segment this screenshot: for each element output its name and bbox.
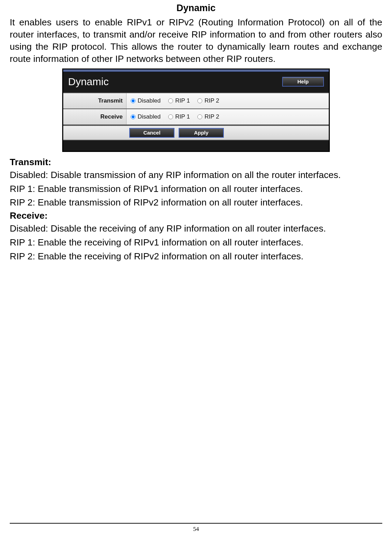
transmit-radio-disabled[interactable] bbox=[131, 98, 136, 103]
panel-header: Dynamic Help bbox=[63, 72, 329, 92]
receive-opt-label: RIP 1 bbox=[175, 113, 190, 120]
transmit-opt-rip1[interactable]: RIP 1 bbox=[168, 97, 190, 104]
config-panel: Dynamic Help Transmit Disabled RIP 1 bbox=[62, 68, 330, 152]
receive-opt-rip2[interactable]: RIP 2 bbox=[197, 113, 219, 120]
button-row: Cancel Apply bbox=[63, 125, 329, 140]
transmit-opt-label: RIP 1 bbox=[175, 97, 190, 104]
transmit-desc-rip1: RIP 1: Enable transmission of RIPv1 info… bbox=[10, 183, 382, 195]
section-transmit-heading: Transmit: bbox=[10, 157, 382, 168]
config-panel-wrap: Dynamic Help Transmit Disabled RIP 1 bbox=[10, 68, 382, 152]
page-footer: 54 bbox=[10, 523, 382, 533]
panel-title: Dynamic bbox=[68, 76, 109, 88]
transmit-opt-label: Disabled bbox=[138, 97, 161, 104]
receive-fields: Disabled RIP 1 RIP 2 bbox=[126, 109, 329, 124]
receive-opt-rip1[interactable]: RIP 1 bbox=[168, 113, 190, 120]
transmit-radio-rip2[interactable] bbox=[197, 98, 202, 103]
section-receive-heading: Receive: bbox=[10, 210, 382, 221]
transmit-desc-rip2: RIP 2: Enable transmission of RIPv2 info… bbox=[10, 196, 382, 209]
row-receive: Receive Disabled RIP 1 RIP 2 bbox=[63, 108, 329, 125]
page-title: Dynamic bbox=[10, 3, 382, 14]
receive-label: Receive bbox=[63, 109, 126, 124]
transmit-label: Transmit bbox=[63, 93, 126, 108]
receive-desc-rip2: RIP 2: Enable the receiving of RIPv2 inf… bbox=[10, 250, 382, 263]
row-transmit: Transmit Disabled RIP 1 RIP 2 bbox=[63, 92, 329, 108]
page-number: 54 bbox=[10, 526, 382, 533]
transmit-opt-rip2[interactable]: RIP 2 bbox=[197, 97, 219, 104]
transmit-opt-label: RIP 2 bbox=[204, 97, 219, 104]
cancel-button[interactable]: Cancel bbox=[129, 128, 174, 138]
transmit-desc-disabled: Disabled: Disable transmission of any RI… bbox=[10, 169, 382, 181]
receive-desc-rip1: RIP 1: Enable the receiving of RIPv1 inf… bbox=[10, 236, 382, 249]
panel-footer bbox=[63, 140, 329, 151]
receive-opt-label: Disabled bbox=[138, 113, 161, 120]
panel-top-bar bbox=[63, 70, 329, 72]
apply-button[interactable]: Apply bbox=[179, 128, 224, 138]
intro-paragraph: It enables users to enable RIPv1 or RIPv… bbox=[10, 16, 382, 65]
form-rows: Transmit Disabled RIP 1 RIP 2 bbox=[63, 92, 329, 125]
receive-radio-disabled[interactable] bbox=[131, 114, 136, 119]
transmit-opt-disabled[interactable]: Disabled bbox=[131, 97, 161, 104]
receive-opt-label: RIP 2 bbox=[204, 113, 219, 120]
footer-rule bbox=[10, 523, 382, 524]
receive-radio-rip2[interactable] bbox=[197, 114, 202, 119]
help-button[interactable]: Help bbox=[282, 77, 324, 87]
receive-radio-rip1[interactable] bbox=[168, 114, 173, 119]
transmit-radio-rip1[interactable] bbox=[168, 98, 173, 103]
receive-desc-disabled: Disabled: Disable the receiving of any R… bbox=[10, 223, 382, 235]
receive-opt-disabled[interactable]: Disabled bbox=[131, 113, 161, 120]
transmit-fields: Disabled RIP 1 RIP 2 bbox=[126, 93, 329, 108]
